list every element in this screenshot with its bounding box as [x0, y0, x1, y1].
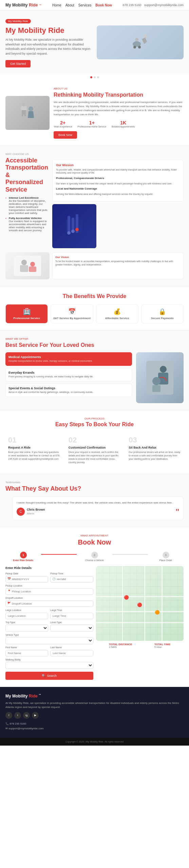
trip-type-group: Trip Type: [5, 621, 48, 632]
author-name: Chris Brown: [27, 508, 45, 512]
why-points: Intense Led Excellence As the foundation…: [5, 196, 48, 232]
services-section: What We Offer Best Service For Your Love…: [0, 331, 189, 410]
map-pin-start: 🔴: [124, 595, 129, 600]
hero-image: [97, 25, 184, 59]
dot-1[interactable]: [90, 76, 92, 78]
large-location-input[interactable]: [5, 613, 48, 619]
footer-copyright: Copyright © 2025 | My Mobility Ride. All…: [0, 738, 189, 746]
level-type-select[interactable]: [50, 625, 93, 632]
service-medical[interactable]: Medical Appointments Hospital transporta…: [5, 352, 132, 366]
last-name-input[interactable]: [50, 650, 93, 656]
step-2: 02 Customized Confirmation Once your req…: [66, 433, 124, 467]
trip-type-select[interactable]: [5, 625, 48, 632]
map-distance: TOTAL DISTANCE 2.58KS: [109, 643, 132, 648]
map-road-v1: [122, 566, 123, 641]
last-name-label: Last Name: [50, 646, 93, 649]
author-avatar: C: [17, 508, 25, 516]
svg-rect-6: [21, 106, 27, 110]
booking-form: Enter Ride Details Pickup Date 📅 Pickup …: [5, 566, 93, 680]
stepper-line-2: [112, 554, 148, 555]
pickup-location-label: Pickup Location: [5, 585, 93, 587]
pickup-date-input[interactable]: [5, 576, 48, 583]
map-road-h3: [96, 622, 184, 623]
pickup-location-group: Pickup Location 📍: [5, 585, 93, 595]
map-time: TOTAL TIME 5 Hour: [154, 643, 170, 648]
walking-ability-select[interactable]: [5, 662, 93, 669]
footer-description: At My Mobility Ride, we specialize in pr…: [5, 701, 184, 709]
form-row-datetime: Pickup Date 📅 Pickup Time 🕐: [5, 572, 93, 585]
nav-book-now[interactable]: Book Now: [95, 3, 112, 7]
money-icon: 💰: [98, 308, 136, 315]
test-title: What They Say About Us?: [5, 485, 184, 492]
footer: My Mobility Ride ™ At My Mobility Ride, …: [0, 687, 189, 738]
benefit-affordable[interactable]: 💰 Affordable Service: [96, 304, 138, 323]
form-section-title: Enter Ride Details: [5, 566, 93, 570]
form-row-trip-level: Trip Type Level Type: [5, 621, 93, 634]
why-point-2: Fully Accessible Vehicles Our modern fle…: [5, 217, 48, 232]
location-icon-input: 📍: [7, 590, 11, 593]
mission-point-1: Professional, Compassionate Drivers Our …: [56, 177, 180, 186]
calendar-icon-input: 📅: [7, 577, 11, 580]
booking-inner: Enter Ride Details Pickup Date 📅 Pickup …: [5, 566, 184, 680]
stepper-step-2: 2 Choose a Vehicle: [77, 552, 112, 561]
hero-cta-button[interactable]: Get Started: [5, 60, 31, 67]
stats-row: 2+ Years Experience 1+ Professional Home…: [54, 120, 184, 128]
large-time-input[interactable]: [50, 613, 93, 619]
pickup-time-input[interactable]: [50, 576, 93, 583]
svg-point-14: [71, 230, 75, 233]
instagram-icon[interactable]: ig: [23, 712, 30, 719]
booking-stepper: 1 Enter Ride Details 2 Choose a Vehicle …: [5, 552, 184, 561]
step-label-1: Enter Ride Details: [13, 559, 34, 561]
svg-rect-3: [135, 41, 139, 46]
nav-home[interactable]: Home: [52, 3, 61, 7]
map-pin-mid: 🔴: [137, 603, 142, 607]
svg-point-24: [152, 377, 160, 385]
search-button[interactable]: 🔍 Search: [5, 672, 93, 680]
walking-ability-label: Walking Ability: [5, 658, 93, 661]
svg-rect-25: [152, 385, 160, 392]
map-container: 🔴 🟠 🔴: [96, 566, 184, 641]
footer-contact: 📞 678 235 5160 ✉ support@mymobilityride.…: [5, 722, 184, 731]
step-label-3: Place Order: [159, 559, 172, 561]
dot-3[interactable]: [97, 76, 99, 78]
svg-point-19: [30, 262, 35, 267]
pickup-time-label: Pickup Time: [50, 572, 93, 575]
benefit-professional[interactable]: 🏥 Professional Service: [5, 304, 48, 323]
twitter-icon[interactable]: t: [14, 712, 21, 719]
dropoff-location-group: Dropoff Location 🚩: [5, 597, 93, 607]
level-type-label: Level Type: [50, 621, 93, 624]
professional-icon: 🏥: [8, 308, 45, 315]
nav-about[interactable]: About: [65, 3, 74, 7]
hero-section: My Mobility Ride My Mobility Ride At My …: [0, 11, 189, 74]
nav-services[interactable]: Services: [78, 3, 91, 7]
nav-contact: 678 235 5160 support@mymobilityride.com: [123, 3, 184, 7]
dot-2[interactable]: [94, 76, 96, 78]
svg-point-13: [67, 231, 71, 235]
dropoff-location-field-wrap: 🚩: [5, 600, 93, 607]
benefits-title: The Benefits We Provide: [5, 293, 184, 299]
mission-box: Our Mission To provide safe, reliable, a…: [52, 160, 184, 202]
services-inner: Medical Appointments Hospital transporta…: [5, 352, 184, 403]
nav-links[interactable]: Home About Services Book Now: [52, 3, 112, 7]
mission-point-2: Local and Nationwide Coverage Serving th…: [56, 187, 180, 196]
stepper-step-3: 3 Place Order: [148, 552, 184, 561]
pickup-location-input[interactable]: [5, 588, 93, 595]
first-name-input[interactable]: [5, 650, 48, 656]
about-cta-button[interactable]: Book Now: [54, 131, 77, 139]
service-errands[interactable]: Everyday Errands From grocery shopping t…: [5, 368, 132, 381]
benefit-secure[interactable]: 🔒 Secure Payments: [141, 304, 184, 323]
youtube-icon[interactable]: ▶: [32, 712, 39, 719]
facebook-icon[interactable]: f: [5, 712, 12, 719]
service-events[interactable]: Special Events & Social Outings Arrive i…: [5, 383, 132, 397]
map-pin-end: 🟠: [155, 610, 160, 615]
dropoff-location-input[interactable]: [5, 600, 93, 607]
vehicle-type-select[interactable]: [5, 637, 93, 644]
booking-section: Make Appointment Book Now 1 Enter Ride D…: [0, 527, 189, 687]
benefit-247[interactable]: 📅 24/7 Service By Appointment: [51, 304, 93, 323]
trip-type-label: Trip Type: [5, 621, 48, 624]
step-circle-2: 2: [91, 552, 98, 558]
last-name-group: Last Name: [50, 646, 93, 656]
quote-icon: ": [176, 508, 179, 517]
svg-point-8: [29, 106, 33, 111]
lock-icon: 🔒: [144, 308, 181, 315]
